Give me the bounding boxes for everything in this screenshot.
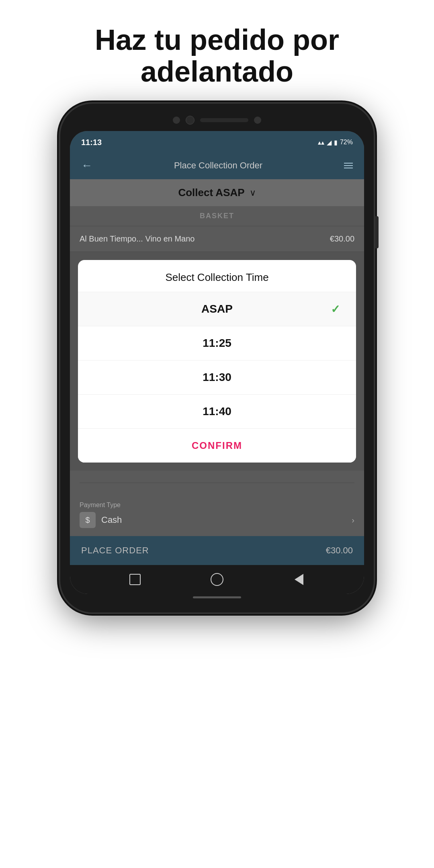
modal-title: Select Collection Time — [78, 260, 356, 292]
collection-time-modal: Select Collection Time ASAP ✓ 11:25 11:3… — [78, 260, 356, 463]
volume-button — [375, 216, 379, 248]
below-modal-area — [70, 471, 364, 495]
phone-frame: 11:13 ▴▴ ◢ ▮ 72% ← Place Collection Orde… — [60, 104, 374, 612]
basket-item-name: Al Buen Tiempo... Vino en Mano — [80, 234, 194, 244]
time-option-1140[interactable]: 11:40 — [78, 395, 356, 429]
menu-button[interactable] — [344, 163, 353, 168]
time-option-1140-label: 11:40 — [203, 405, 231, 418]
time-option-asap[interactable]: ASAP ✓ — [78, 292, 356, 326]
collect-asap-chevron: ∨ — [250, 188, 256, 198]
phone-mockup: 11:13 ▴▴ ◢ ▮ 72% ← Place Collection Orde… — [60, 104, 374, 612]
place-order-price: €30.00 — [326, 545, 353, 556]
home-indicator — [70, 594, 364, 600]
collect-asap-bar[interactable]: Collect ASAP ∨ — [70, 179, 364, 206]
payment-row[interactable]: $ Cash › — [80, 512, 354, 528]
bottom-nav — [70, 565, 364, 594]
divider — [80, 483, 354, 483]
nav-title: Place Collection Order — [174, 160, 262, 171]
status-time: 11:13 — [81, 138, 102, 147]
time-option-1130-label: 11:30 — [203, 371, 231, 384]
sensor-dot — [254, 117, 261, 124]
basket-header: BASKET — [70, 206, 364, 226]
collect-asap-label: Collect ASAP — [178, 186, 244, 199]
time-option-1130[interactable]: 11:30 — [78, 360, 356, 395]
speaker — [200, 118, 248, 122]
signal-icon: ▴▴ — [318, 139, 324, 146]
payment-type-label: Payment Type — [80, 502, 354, 509]
page-headline: Haz tu pedido por adelantado — [0, 0, 434, 104]
phone-screen: 11:13 ▴▴ ◢ ▮ 72% ← Place Collection Orde… — [70, 131, 364, 594]
cash-icon: $ — [80, 512, 96, 528]
wifi-icon: ◢ — [327, 139, 332, 146]
payment-left: $ Cash — [80, 512, 122, 528]
payment-method-label: Cash — [101, 515, 122, 525]
back-nav-button[interactable] — [292, 572, 306, 587]
basket-item-price: €30.00 — [330, 234, 354, 244]
status-bar: 11:13 ▴▴ ◢ ▮ 72% — [70, 131, 364, 152]
basket-item: Al Buen Tiempo... Vino en Mano €30.00 — [70, 226, 364, 252]
payment-section: Payment Type $ Cash › — [70, 495, 364, 536]
time-option-asap-label: ASAP — [201, 303, 233, 315]
status-icons: ▴▴ ◢ ▮ 72% — [318, 139, 353, 146]
confirm-button[interactable]: CONFIRM — [78, 429, 356, 463]
camera-main — [186, 116, 194, 125]
time-option-1125[interactable]: 11:25 — [78, 326, 356, 360]
camera-left — [173, 117, 180, 124]
indicator-line — [193, 596, 241, 598]
modal-overlay: Select Collection Time ASAP ✓ 11:25 11:3… — [70, 252, 364, 471]
recents-button[interactable] — [128, 572, 142, 587]
place-order-label: PLACE ORDER — [81, 545, 149, 556]
home-button[interactable] — [210, 572, 224, 587]
battery-icon: ▮ — [334, 139, 338, 146]
payment-chevron-icon: › — [352, 516, 354, 525]
phone-notch — [70, 116, 364, 125]
checkmark-icon: ✓ — [331, 303, 340, 316]
back-button[interactable]: ← — [81, 159, 92, 172]
place-order-bar[interactable]: PLACE ORDER €30.00 — [70, 536, 364, 565]
nav-bar: ← Place Collection Order — [70, 152, 364, 179]
battery-level: 72% — [340, 139, 353, 146]
time-option-1125-label: 11:25 — [203, 337, 231, 350]
